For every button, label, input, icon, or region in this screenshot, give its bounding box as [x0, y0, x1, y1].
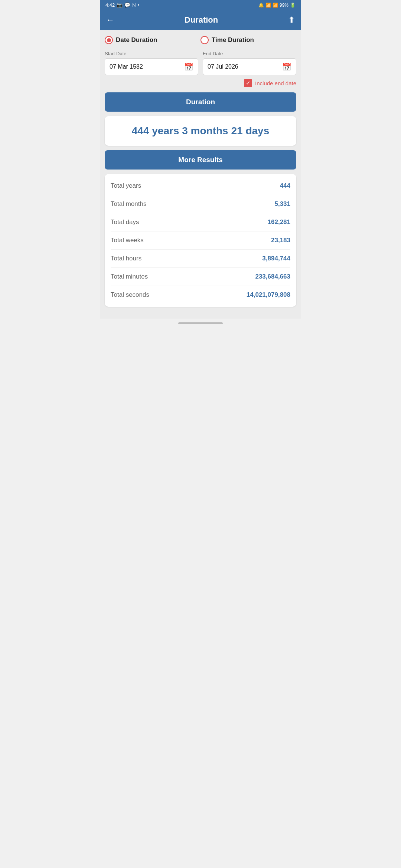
date-duration-radio[interactable] — [105, 36, 113, 44]
result-card: 444 years 3 months 21 days — [105, 116, 296, 146]
signal-icon: 📶 — [273, 3, 278, 8]
main-content: Date Duration Time Duration Start Date 0… — [100, 30, 301, 319]
end-date-picker[interactable]: 07 Jul 2026 📅 — [203, 58, 296, 75]
time: 4:42 — [105, 2, 115, 8]
end-date-label: End Date — [203, 51, 296, 56]
date-duration-label: Date Duration — [116, 36, 157, 44]
stat-row: Total years444 — [111, 177, 290, 195]
include-end-label: Include end date — [255, 80, 296, 86]
battery-icon: 🔋 — [290, 3, 296, 8]
wifi-icon: 📶 — [265, 3, 271, 8]
stat-row: Total hours3,894,744 — [111, 250, 290, 268]
stat-value: 3,894,744 — [262, 255, 290, 262]
stat-value: 5,331 — [274, 200, 290, 208]
stats-card: Total years444Total months5,331Total day… — [105, 174, 296, 307]
nav-bar — [100, 319, 301, 328]
stat-label: Total months — [111, 200, 146, 208]
end-calendar-icon: 📅 — [282, 62, 291, 71]
start-date-field: Start Date 07 Mar 1582 📅 — [105, 51, 198, 75]
battery-text: 99% — [280, 3, 288, 8]
stat-value: 233,684,663 — [255, 273, 290, 280]
end-date-field: End Date 07 Jul 2026 📅 — [203, 51, 296, 75]
include-end-row: ✓ Include end date — [105, 79, 296, 87]
stat-value: 162,281 — [268, 218, 290, 226]
date-duration-option[interactable]: Date Duration — [105, 36, 200, 44]
start-date-label: Start Date — [105, 51, 198, 56]
end-date-value: 07 Jul 2026 — [208, 63, 238, 70]
nav-handle — [178, 322, 223, 324]
alarm-icon: 🔔 — [258, 3, 264, 8]
stat-value: 14,021,079,808 — [247, 291, 290, 299]
stat-label: Total years — [111, 182, 141, 190]
more-results-button[interactable]: More Results — [105, 150, 296, 170]
page-title: Duration — [185, 15, 218, 25]
app-bar: ← Duration ⬆ — [100, 10, 301, 30]
result-text: 444 years 3 months 21 days — [111, 125, 290, 137]
start-date-value: 07 Mar 1582 — [110, 63, 143, 70]
n-icon: N — [132, 2, 136, 8]
stat-row: Total months5,331 — [111, 195, 290, 213]
start-calendar-icon: 📅 — [184, 62, 193, 71]
stat-label: Total days — [111, 218, 139, 226]
status-right: 🔔 📶 📶 99% 🔋 — [258, 3, 296, 8]
stat-label: Total minutes — [111, 273, 148, 280]
status-left: 4:42 📷 💬 N • — [105, 2, 139, 8]
back-button[interactable]: ← — [106, 15, 114, 25]
start-date-picker[interactable]: 07 Mar 1582 📅 — [105, 58, 198, 75]
date-row: Start Date 07 Mar 1582 📅 End Date 07 Jul… — [105, 51, 296, 75]
duration-button[interactable]: Duration — [105, 92, 296, 112]
stat-row: Total minutes233,684,663 — [111, 268, 290, 286]
stat-label: Total weeks — [111, 237, 144, 244]
camera-icon: 📷 — [117, 2, 123, 8]
time-duration-radio[interactable] — [200, 36, 209, 44]
time-duration-label: Time Duration — [212, 36, 254, 44]
stat-label: Total seconds — [111, 291, 149, 299]
stat-value: 23,183 — [271, 237, 290, 244]
include-end-checkbox[interactable]: ✓ — [244, 79, 252, 87]
stat-row: Total days162,281 — [111, 213, 290, 231]
status-bar: 4:42 📷 💬 N • 🔔 📶 📶 99% 🔋 — [100, 0, 301, 10]
stat-row: Total seconds14,021,079,808 — [111, 286, 290, 304]
radio-group: Date Duration Time Duration — [105, 36, 296, 44]
stat-row: Total weeks23,183 — [111, 231, 290, 250]
share-button[interactable]: ⬆ — [288, 15, 295, 25]
time-duration-option[interactable]: Time Duration — [200, 36, 296, 44]
stat-label: Total hours — [111, 255, 141, 262]
stat-value: 444 — [280, 182, 290, 190]
dot-icon: • — [138, 2, 140, 8]
message-icon: 💬 — [124, 2, 130, 8]
